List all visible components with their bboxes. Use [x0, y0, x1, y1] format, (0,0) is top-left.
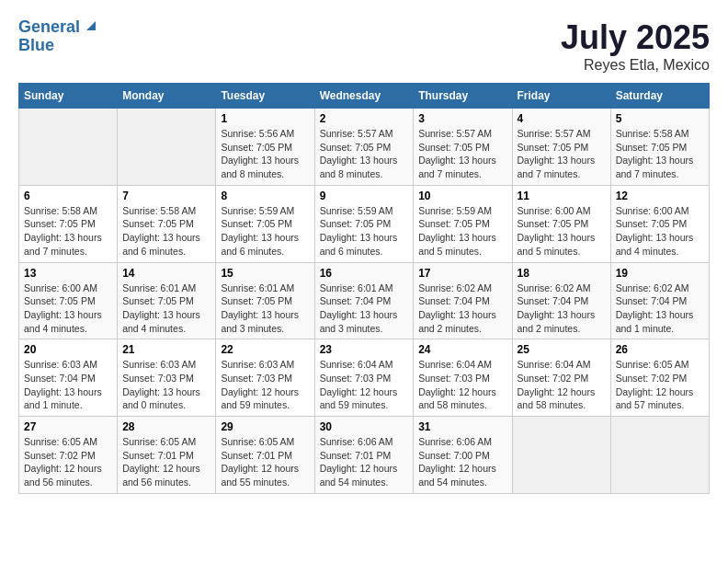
header-saturday: Saturday	[610, 84, 709, 109]
day-info: Sunrise: 6:06 AM Sunset: 7:01 PM Dayligh…	[320, 435, 409, 489]
week-row-4: 20Sunrise: 6:03 AM Sunset: 7:04 PM Dayli…	[19, 339, 710, 417]
day-number: 10	[418, 190, 506, 202]
day-number: 30	[320, 420, 409, 433]
day-number: 19	[616, 267, 704, 280]
day-info: Sunrise: 6:00 AM Sunset: 7:05 PM Dayligh…	[518, 204, 606, 259]
day-number: 17	[418, 267, 506, 280]
week-row-5: 27Sunrise: 6:05 AM Sunset: 7:02 PM Dayli…	[19, 417, 710, 494]
day-number: 7	[122, 190, 210, 202]
logo-text-line2: Blue	[18, 37, 54, 55]
week-row-1: 1Sunrise: 5:56 AM Sunset: 7:05 PM Daylig…	[19, 109, 710, 186]
week-row-3: 13Sunrise: 6:00 AM Sunset: 7:05 PM Dayli…	[19, 262, 710, 339]
day-info: Sunrise: 6:03 AM Sunset: 7:04 PM Dayligh…	[24, 358, 112, 412]
svg-marker-0	[86, 21, 96, 30]
day-number: 16	[320, 267, 409, 280]
calendar-cell: 11Sunrise: 6:00 AM Sunset: 7:05 PM Dayli…	[512, 185, 610, 262]
day-info: Sunrise: 6:05 AM Sunset: 7:02 PM Dayligh…	[616, 358, 704, 412]
day-info: Sunrise: 5:58 AM Sunset: 7:05 PM Dayligh…	[24, 204, 112, 259]
calendar-cell: 20Sunrise: 6:03 AM Sunset: 7:04 PM Dayli…	[19, 339, 118, 417]
day-info: Sunrise: 5:59 AM Sunset: 7:05 PM Dayligh…	[221, 204, 309, 259]
day-info: Sunrise: 6:01 AM Sunset: 7:05 PM Dayligh…	[122, 282, 210, 336]
calendar-cell: 25Sunrise: 6:04 AM Sunset: 7:02 PM Dayli…	[512, 339, 610, 417]
title-area: July 2025 Reyes Etla, Mexico	[561, 18, 710, 74]
day-info: Sunrise: 5:59 AM Sunset: 7:05 PM Dayligh…	[418, 204, 506, 259]
calendar-cell: 18Sunrise: 6:02 AM Sunset: 7:04 PM Dayli…	[512, 262, 610, 339]
day-info: Sunrise: 5:57 AM Sunset: 7:05 PM Dayligh…	[320, 127, 409, 181]
logo: General Blue	[18, 18, 97, 55]
day-info: Sunrise: 5:58 AM Sunset: 7:05 PM Dayligh…	[616, 127, 704, 181]
day-number: 27	[24, 420, 112, 433]
day-info: Sunrise: 6:00 AM Sunset: 7:05 PM Dayligh…	[616, 204, 704, 259]
day-info: Sunrise: 6:04 AM Sunset: 7:03 PM Dayligh…	[418, 358, 506, 412]
day-info: Sunrise: 5:59 AM Sunset: 7:05 PM Dayligh…	[320, 204, 409, 259]
day-number: 28	[122, 420, 210, 433]
day-number: 18	[518, 267, 606, 280]
calendar-subtitle: Reyes Etla, Mexico	[561, 57, 710, 74]
day-number: 9	[320, 190, 409, 202]
day-number: 21	[122, 343, 210, 356]
day-number: 2	[320, 112, 409, 125]
day-info: Sunrise: 6:05 AM Sunset: 7:01 PM Dayligh…	[221, 435, 309, 489]
calendar-cell: 13Sunrise: 6:00 AM Sunset: 7:05 PM Dayli…	[19, 262, 118, 339]
calendar-cell: 15Sunrise: 6:01 AM Sunset: 7:05 PM Dayli…	[216, 262, 314, 339]
day-number: 8	[221, 190, 309, 202]
calendar-cell: 10Sunrise: 5:59 AM Sunset: 7:05 PM Dayli…	[414, 185, 512, 262]
day-info: Sunrise: 5:57 AM Sunset: 7:05 PM Dayligh…	[418, 127, 506, 181]
day-info: Sunrise: 6:03 AM Sunset: 7:03 PM Dayligh…	[122, 358, 210, 412]
day-number: 20	[24, 343, 112, 356]
day-number: 13	[24, 267, 112, 280]
day-number: 1	[221, 112, 309, 125]
day-number: 15	[221, 267, 309, 280]
calendar-cell: 1Sunrise: 5:56 AM Sunset: 7:05 PM Daylig…	[216, 109, 314, 186]
calendar-cell: 9Sunrise: 5:59 AM Sunset: 7:05 PM Daylig…	[314, 185, 414, 262]
header-tuesday: Tuesday	[216, 84, 314, 109]
day-number: 23	[320, 343, 409, 356]
header-wednesday: Wednesday	[314, 84, 414, 109]
calendar-cell: 31Sunrise: 6:06 AM Sunset: 7:00 PM Dayli…	[414, 417, 512, 494]
week-row-2: 6Sunrise: 5:58 AM Sunset: 7:05 PM Daylig…	[19, 185, 710, 262]
day-number: 26	[616, 343, 704, 356]
calendar-cell: 16Sunrise: 6:01 AM Sunset: 7:04 PM Dayli…	[314, 262, 414, 339]
header-friday: Friday	[512, 84, 610, 109]
calendar-cell: 5Sunrise: 5:58 AM Sunset: 7:05 PM Daylig…	[610, 109, 709, 186]
calendar-cell	[19, 109, 118, 186]
calendar-cell: 3Sunrise: 5:57 AM Sunset: 7:05 PM Daylig…	[414, 109, 512, 186]
logo-icon	[83, 17, 97, 32]
day-number: 3	[418, 112, 506, 125]
day-info: Sunrise: 6:02 AM Sunset: 7:04 PM Dayligh…	[616, 282, 704, 336]
day-number: 31	[418, 420, 506, 433]
calendar-cell: 7Sunrise: 5:58 AM Sunset: 7:05 PM Daylig…	[118, 185, 216, 262]
day-info: Sunrise: 5:57 AM Sunset: 7:05 PM Dayligh…	[518, 127, 606, 181]
calendar-cell: 29Sunrise: 6:05 AM Sunset: 7:01 PM Dayli…	[216, 417, 314, 494]
day-number: 12	[616, 190, 704, 202]
logo-text-line1: General	[18, 18, 80, 37]
day-number: 14	[122, 267, 210, 280]
day-info: Sunrise: 6:03 AM Sunset: 7:03 PM Dayligh…	[221, 358, 309, 412]
calendar-cell: 23Sunrise: 6:04 AM Sunset: 7:03 PM Dayli…	[314, 339, 414, 417]
day-number: 4	[518, 112, 606, 125]
header-thursday: Thursday	[414, 84, 512, 109]
calendar-cell: 27Sunrise: 6:05 AM Sunset: 7:02 PM Dayli…	[19, 417, 118, 494]
day-info: Sunrise: 6:05 AM Sunset: 7:01 PM Dayligh…	[122, 435, 210, 489]
calendar-cell: 6Sunrise: 5:58 AM Sunset: 7:05 PM Daylig…	[19, 185, 118, 262]
calendar-cell: 19Sunrise: 6:02 AM Sunset: 7:04 PM Dayli…	[610, 262, 709, 339]
calendar-cell	[610, 417, 709, 494]
calendar-cell: 22Sunrise: 6:03 AM Sunset: 7:03 PM Dayli…	[216, 339, 314, 417]
day-number: 5	[616, 112, 704, 125]
day-info: Sunrise: 5:58 AM Sunset: 7:05 PM Dayligh…	[122, 204, 210, 259]
day-number: 29	[221, 420, 309, 433]
calendar-cell: 8Sunrise: 5:59 AM Sunset: 7:05 PM Daylig…	[216, 185, 314, 262]
day-info: Sunrise: 6:06 AM Sunset: 7:00 PM Dayligh…	[418, 435, 506, 489]
header-sunday: Sunday	[19, 84, 118, 109]
calendar-cell: 28Sunrise: 6:05 AM Sunset: 7:01 PM Dayli…	[118, 417, 216, 494]
calendar-table: Sunday Monday Tuesday Wednesday Thursday…	[18, 83, 710, 494]
day-number: 6	[24, 190, 112, 202]
day-info: Sunrise: 6:02 AM Sunset: 7:04 PM Dayligh…	[418, 282, 506, 336]
day-info: Sunrise: 6:05 AM Sunset: 7:02 PM Dayligh…	[24, 435, 112, 489]
calendar-cell: 21Sunrise: 6:03 AM Sunset: 7:03 PM Dayli…	[118, 339, 216, 417]
calendar-title: July 2025	[561, 18, 710, 57]
page-header: General Blue July 2025 Reyes Etla, Mexic…	[18, 18, 710, 74]
calendar-cell: 17Sunrise: 6:02 AM Sunset: 7:04 PM Dayli…	[414, 262, 512, 339]
day-info: Sunrise: 5:56 AM Sunset: 7:05 PM Dayligh…	[221, 127, 309, 181]
calendar-cell: 2Sunrise: 5:57 AM Sunset: 7:05 PM Daylig…	[314, 109, 414, 186]
